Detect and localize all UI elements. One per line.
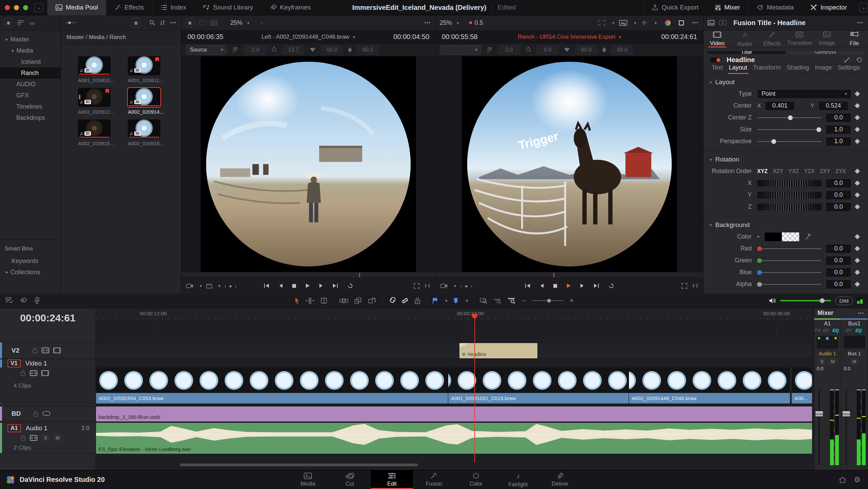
- transport-stop-icon[interactable]: [292, 284, 296, 288]
- perspective-slider[interactable]: [757, 139, 822, 144]
- auto-select-icon[interactable]: [30, 435, 37, 441]
- timeline-scrub-bar[interactable]: [436, 272, 703, 278]
- track-lock-icon[interactable]: [32, 347, 38, 353]
- page-edit[interactable]: Edit: [371, 470, 413, 489]
- timeline-video-frame[interactable]: Trigger: [462, 56, 677, 272]
- inspector-media-icon[interactable]: [708, 20, 714, 25]
- media-clip[interactable]: ♫3D A001_020811...: [128, 56, 160, 83]
- timeline-ruler[interactable]: 00:00:12:00 00:00:24:00 00:00:36:00: [96, 308, 812, 321]
- fx-badge[interactable]: FX: [815, 328, 821, 335]
- rotation-x-field[interactable]: 0.0: [826, 178, 851, 188]
- rotation-z-dial[interactable]: [757, 204, 822, 210]
- timeline-tracks-area[interactable]: 00:00:12:00 00:00:24:00 00:00:36:00 Head…: [96, 308, 812, 470]
- bin-item-timelines[interactable]: Timelines: [0, 101, 61, 112]
- order-xyz[interactable]: XYZ: [757, 168, 768, 174]
- color-swatch[interactable]: [764, 232, 800, 242]
- smart-bin-collections[interactable]: ▾Collections: [0, 267, 61, 278]
- zoom-window-icon[interactable]: [23, 5, 28, 10]
- bin-item-media[interactable]: ▾Media: [0, 45, 61, 56]
- resize-viewer-icon[interactable]: [682, 283, 687, 289]
- rotation-x-dial[interactable]: [757, 180, 822, 187]
- keyframes-toggle[interactable]: Keyframes: [261, 0, 319, 15]
- media-clip-selected[interactable]: ♫3D A002_020914...: [128, 88, 160, 115]
- chevron-right-icon[interactable]: ▾: [756, 236, 761, 238]
- color-viewer-icon[interactable]: [665, 20, 671, 26]
- keyframe-diamond-icon[interactable]: [855, 282, 860, 287]
- insert-clip-icon[interactable]: [339, 297, 348, 304]
- order-yzx[interactable]: YZX: [804, 168, 814, 174]
- transport-step-back-icon[interactable]: [539, 283, 544, 288]
- rotation-z-field[interactable]: 0.0: [826, 202, 851, 212]
- lens-rotate-value[interactable]: -2.0: [244, 45, 265, 54]
- alpha-slider[interactable]: [757, 282, 822, 287]
- track-header-a1[interactable]: A1 Audio 1 2.0 S M 2 Clips: [0, 422, 96, 453]
- tab-image[interactable]: Image: [813, 31, 841, 48]
- dynamics-badge[interactable]: DY: [823, 328, 829, 335]
- tab-layout[interactable]: Layout: [729, 64, 747, 73]
- single-viewer-icon[interactable]: ▣: [185, 18, 194, 27]
- lane-a1[interactable]: ES_Epic Elevation - Victor Lundberg.wav: [96, 422, 812, 453]
- tab-settings[interactable]: Settings: [838, 64, 860, 73]
- lane-bd[interactable]: backdrop_3_180-Blue.usdz: [96, 406, 812, 421]
- slider-knob[interactable]: [771, 139, 776, 144]
- chevron-down-icon[interactable]: ▾: [218, 283, 221, 288]
- project-manager-icon[interactable]: [839, 476, 846, 483]
- headset-backdrop-icon[interactable]: [42, 411, 51, 416]
- red-slider[interactable]: [757, 246, 822, 251]
- mixer-toggle[interactable]: Mixer: [707, 0, 748, 15]
- bin-item-iceland[interactable]: Iceland: [0, 56, 61, 68]
- in-out-marks-icon[interactable]: [424, 283, 431, 288]
- keyframe-diamond-icon[interactable]: [855, 181, 860, 186]
- mute-button[interactable]: M: [829, 358, 837, 365]
- center-z-slider[interactable]: [757, 115, 822, 120]
- eq-badge[interactable]: EQ: [831, 328, 840, 335]
- source-scrub-bar[interactable]: [181, 272, 435, 278]
- filmstrip-view-icon[interactable]: [199, 20, 206, 25]
- flag-icon[interactable]: [432, 298, 437, 304]
- timeline-clip-audio[interactable]: ES_Epic Elevation - Victor Lundberg.wav: [96, 423, 812, 454]
- lens-fov-value[interactable]: 60.0: [321, 45, 343, 54]
- fade-handle[interactable]: [459, 343, 468, 348]
- rotation-section-header[interactable]: ▾Rotation: [704, 154, 868, 165]
- camera-select-icon[interactable]: [186, 283, 194, 288]
- keyframe-diamond-icon[interactable]: [855, 192, 860, 198]
- bin-view-mode-icon[interactable]: ▣: [4, 18, 13, 27]
- keyframe-diamond-icon[interactable]: [855, 258, 860, 263]
- blue-field[interactable]: 0.0: [826, 268, 851, 277]
- size-field[interactable]: 1.0: [826, 125, 851, 134]
- tab-audio[interactable]: ♫ Audio: [731, 31, 758, 48]
- clip-mode-icon[interactable]: [206, 283, 212, 288]
- media-clip[interactable]: ♫3D A001_020810...: [78, 56, 111, 83]
- keyframe-wand-icon[interactable]: [844, 57, 851, 63]
- keyframe-diamond-icon[interactable]: [855, 270, 860, 275]
- lens-position-value[interactable]: 0.0: [537, 45, 558, 54]
- zoom-detail-icon[interactable]: [494, 298, 502, 304]
- clip-thumbnail[interactable]: ♫3D: [78, 88, 111, 107]
- chevron-down-icon[interactable]: ▾: [612, 20, 614, 25]
- keyframe-diamond-icon[interactable]: [855, 139, 860, 144]
- fader-track[interactable]: [846, 390, 847, 465]
- chevron-down-icon[interactable]: ▾: [454, 283, 456, 288]
- zoom-in-icon[interactable]: +: [570, 297, 574, 305]
- pan-grid[interactable]: [844, 336, 865, 349]
- keyframe-diamond-icon[interactable]: [855, 91, 860, 97]
- clip-thumbnail[interactable]: ♫3D: [78, 56, 111, 75]
- dynamics-badge[interactable]: DY: [846, 328, 852, 335]
- lens-position-value[interactable]: 13.7: [282, 45, 304, 54]
- inspector-more-icon[interactable]: ⋯: [857, 19, 864, 26]
- playhead-line[interactable]: [474, 314, 475, 463]
- transport-step-forward-icon[interactable]: [580, 283, 585, 288]
- collapse-right-panels-icon[interactable]: ⌄: [859, 3, 868, 12]
- slider-knob[interactable]: [757, 270, 762, 275]
- clip-thumbnail[interactable]: ♫3D: [78, 119, 111, 138]
- window-controls[interactable]: [0, 5, 34, 10]
- bin-item-audio[interactable]: AUDIO: [0, 79, 61, 90]
- tab-image[interactable]: Image: [815, 64, 832, 73]
- auto-select-icon[interactable]: [42, 347, 49, 353]
- bin-item-gfx[interactable]: GFX: [0, 90, 61, 101]
- timeline-clip-video[interactable]: A002_02091448_C046.braw: [629, 368, 790, 403]
- page-deliver[interactable]: Deliver: [539, 470, 581, 489]
- keyframe-diamond-icon[interactable]: [855, 204, 860, 210]
- center-x-field[interactable]: 0.401: [765, 101, 795, 111]
- timeline-zoom-slider[interactable]: [531, 298, 564, 303]
